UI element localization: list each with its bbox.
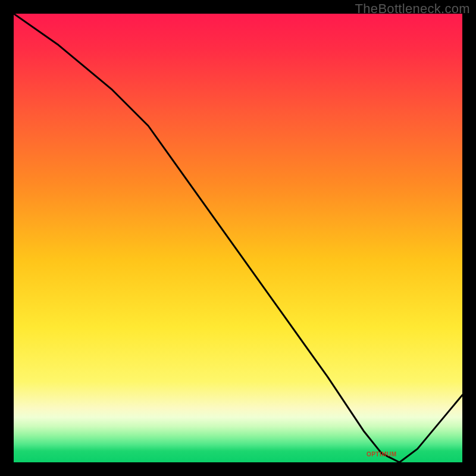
chart-area: OPTIMUM bbox=[14, 14, 462, 462]
bottleneck-line bbox=[14, 14, 462, 462]
app-root: TheBottleneck.com OPTIMUM bbox=[0, 0, 476, 476]
optimum-marker: OPTIMUM bbox=[367, 451, 397, 458]
